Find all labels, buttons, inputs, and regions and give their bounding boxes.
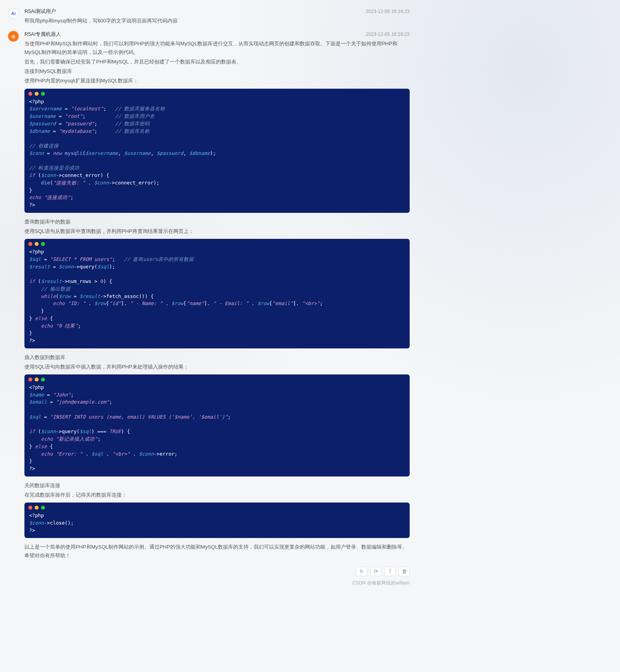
code-block-connect: <?php $servername = "localhost"; // 数据库服…: [24, 89, 410, 213]
code-content[interactable]: <?php $servername = "localhost"; // 数据库服…: [24, 97, 410, 213]
code-block-query: <?php $sql = "SELECT * FROM users"; // 查…: [24, 239, 410, 348]
refresh-button[interactable]: ⟳: [370, 567, 381, 576]
code-header: [24, 374, 410, 383]
window-dot-yellow: [35, 378, 39, 382]
code-content[interactable]: <?php $conn->close(); ?>: [24, 511, 410, 538]
section-2-heading: 查询数据库中的数据: [24, 218, 410, 226]
window-dot-red: [28, 506, 32, 510]
window-dot-green: [41, 92, 45, 96]
window-dot-red: [28, 378, 32, 382]
window-dot-yellow: [35, 242, 39, 246]
user-name: R5Ai测试用户: [24, 8, 56, 15]
code-header: [24, 89, 410, 97]
section-1-heading: 连接到MySQL数据库: [24, 67, 410, 76]
code-block-insert: <?php $name = "John"; $email = "john@exa…: [24, 374, 410, 477]
bot-message: ◎ R5Ai专属机器人 2023-12-05 16:16:23 当使用PHP和M…: [8, 31, 410, 561]
copy-button[interactable]: ⎘: [356, 567, 367, 576]
window-dot-green: [41, 378, 45, 382]
code-header: [24, 239, 410, 248]
window-dot-yellow: [35, 506, 39, 510]
window-dot-red: [28, 242, 32, 246]
window-dot-red: [28, 92, 32, 96]
section-3-heading: 插入数据到数据库: [24, 353, 410, 362]
outro: 以上是一个简单的使用PHP和MySQL制作网站的示例。通过PHP的强大功能和My…: [24, 543, 410, 560]
user-text: 帮我用php和mysql制作网站，写600字的文字说明后面再写代码内容: [24, 17, 410, 25]
share-button[interactable]: ⤴: [384, 567, 395, 576]
action-bar: ⎘ ⟳ ⤴ 🗑: [356, 567, 410, 576]
code-content[interactable]: <?php $name = "John"; $email = "john@exa…: [24, 383, 410, 477]
section-4-text: 在完成数据库操作后，记得关闭数据库连接：: [24, 491, 410, 499]
bot-time: 2023-12-05 16:16:23: [366, 32, 410, 37]
window-dot-green: [41, 506, 45, 510]
watermark: CSDN @偷拨网线的william: [352, 580, 410, 586]
code-content[interactable]: <?php $sql = "SELECT * FROM users"; // 查…: [24, 248, 410, 348]
window-dot-green: [41, 242, 45, 246]
user-avatar: Ai: [8, 8, 19, 19]
bot-avatar: ◎: [8, 31, 19, 42]
code-block-close: <?php $conn->close(); ?>: [24, 503, 410, 538]
code-header: [24, 503, 410, 511]
section-3-text: 使用SQL语句向数据库中插入数据，并利用PHP来处理插入操作的结果：: [24, 363, 410, 371]
intro-2: 首先，我们需要确保已经安装了PHP和MySQL，并且已经创建了一个数据库以及相应…: [24, 58, 410, 66]
user-message: Ai R5Ai测试用户 2023-12-05 16:16:23 帮我用php和m…: [8, 8, 410, 25]
section-2-text: 使用SQL语句从数据库中查询数据，并利用PHP将查询结果显示在网页上：: [24, 227, 410, 236]
delete-button[interactable]: 🗑: [399, 567, 410, 576]
bot-name: R5Ai专属机器人: [24, 31, 61, 38]
user-time: 2023-12-05 16:16:23: [366, 9, 410, 14]
section-4-heading: 关闭数据库连接: [24, 481, 410, 490]
section-1-text: 使用PHP内置的mysqli扩展连接到MySQL数据库：: [24, 76, 410, 85]
window-dot-yellow: [35, 92, 39, 96]
intro-1: 当使用PHP和MySQL制作网站时，我们可以利用PHP的强大功能来与MySQL数…: [24, 39, 410, 57]
